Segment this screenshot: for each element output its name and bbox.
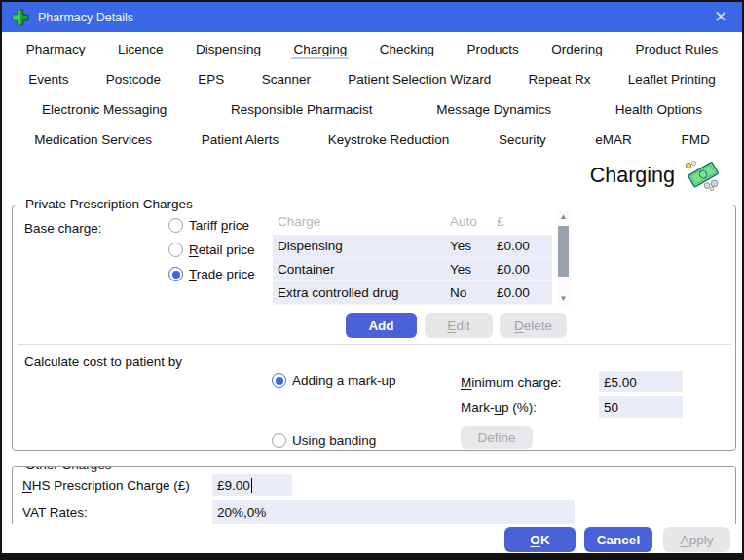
tab-scanner[interactable]: Scanner (260, 70, 313, 90)
table-cell: Yes (450, 262, 471, 277)
table-cell: £0.00 (497, 285, 530, 300)
radio-using-banding[interactable]: Using banding (272, 433, 376, 448)
table-cell: No (450, 285, 466, 300)
tab-checking[interactable]: Checking (378, 40, 436, 59)
table-cell: Container (278, 262, 335, 277)
nhs-charge-label: NHS Prescription Charge (£) (22, 478, 190, 493)
radio-retail-price[interactable]: Retail price (168, 243, 255, 257)
minimum-charge-label: Minimum charge: (461, 375, 562, 390)
apply-button[interactable]: Apply (663, 527, 730, 552)
tab-fmd[interactable]: FMD (679, 131, 711, 150)
tab-patient-alerts[interactable]: Patient Alerts (200, 131, 281, 150)
scroll-up-icon[interactable]: ▲ (555, 213, 572, 221)
tab-keystroke-reduction[interactable]: Keystroke Reduction (326, 131, 452, 150)
vat-rates-field[interactable]: 20%,0% (212, 500, 575, 524)
radio-label: Using banding (292, 433, 376, 448)
tab-health-options[interactable]: Health Options (614, 100, 704, 120)
tab-dispensing[interactable]: Dispensing (194, 40, 263, 59)
radio-trade-price[interactable]: Trade price (168, 267, 255, 281)
scrollbar-thumb[interactable] (558, 226, 569, 277)
table-cell: Extra controlled drug (278, 285, 399, 300)
table-cell: Dispensing (278, 239, 343, 253)
nhs-charge-field[interactable]: £9.00 (212, 474, 292, 496)
table-cell: Yes (450, 239, 471, 253)
radio-icon[interactable] (272, 373, 286, 388)
pharmacy-cross-icon (12, 9, 29, 26)
markup-pct-label: Mark-up (%): (461, 400, 537, 415)
charges-table-body: DispensingYes£0.00ContainerYes£0.00Extra… (273, 235, 552, 305)
scroll-down-icon[interactable]: ▼ (555, 295, 572, 303)
table-cell: £0.00 (497, 239, 530, 253)
close-icon[interactable]: ✕ (709, 9, 732, 25)
charges-table[interactable]: ChargeAuto£ DispensingYes£0.00ContainerY… (273, 210, 552, 305)
tab-security[interactable]: Security (497, 131, 548, 150)
radio-icon[interactable] (168, 243, 183, 257)
ok-button[interactable]: OK (504, 527, 576, 552)
base-charge-label: Base charge: (24, 221, 102, 236)
tab-electronic-messaging[interactable]: Electronic Messaging (40, 100, 168, 120)
table-row[interactable]: ContainerYes£0.00 (273, 258, 552, 281)
other-charges-group: Other Charges NHS Prescription Charge (£… (12, 466, 736, 524)
tab-medication-services[interactable]: Medication Services (32, 131, 154, 150)
tab-pharmacy[interactable]: Pharmacy (24, 40, 88, 59)
group-legend: Private Prescription Charges (21, 197, 197, 211)
pharmacy-details-dialog: Pharmacy Details ✕ PharmacyLicenceDispen… (0, 0, 744, 560)
group-legend: Other Charges (21, 466, 116, 472)
delete-button[interactable]: Delete (500, 313, 567, 338)
tab-leaflet-printing[interactable]: Leaflet Printing (626, 70, 718, 90)
edit-button[interactable]: Edit (425, 313, 493, 338)
radio-label: Retail price (189, 243, 255, 257)
tab-ordering[interactable]: Ordering (549, 40, 605, 59)
markup-pct-field[interactable]: 50 (599, 396, 683, 418)
column-header: Charge (278, 214, 320, 229)
table-row[interactable]: Extra controlled drugNo£0.00 (273, 281, 552, 305)
minimum-charge-field[interactable]: £5.00 (599, 371, 683, 392)
private-prescription-charges-group: Private Prescription Charges Base charge… (12, 205, 736, 451)
text-caret (251, 478, 252, 493)
tab-charging[interactable]: Charging (291, 40, 349, 59)
radio-icon[interactable] (168, 218, 183, 233)
page-heading: Charging (590, 160, 721, 191)
divider (18, 344, 731, 345)
column-header: Auto (450, 214, 477, 229)
money-icon (682, 160, 721, 191)
cancel-button[interactable]: Cancel (584, 527, 652, 552)
tab-strip: PharmacyLicenceDispensingChargingCheckin… (2, 34, 742, 155)
radio-label: Trade price (189, 267, 255, 281)
tab-emar[interactable]: eMAR (593, 131, 634, 150)
tab-events[interactable]: Events (26, 70, 70, 90)
tab-product-rules[interactable]: Product Rules (633, 40, 720, 59)
define-button[interactable]: Define (461, 426, 533, 449)
tab-patient-selection-wizard[interactable]: Patient Selection Wizard (346, 70, 493, 90)
charges-table-head: ChargeAuto£ (273, 210, 552, 235)
window-title: Pharmacy Details (38, 11, 133, 24)
table-cell: £0.00 (497, 262, 530, 277)
tab-responsible-pharmacist[interactable]: Responsible Pharmacist (229, 100, 375, 120)
column-header: £ (497, 214, 504, 229)
tab-products[interactable]: Products (465, 40, 521, 59)
tab-row: EventsPostcodeEPSScannerPatient Selectio… (2, 64, 742, 94)
table-row[interactable]: DispensingYes£0.00 (273, 235, 552, 258)
tab-postcode[interactable]: Postcode (104, 70, 163, 90)
tab-message-dynamics[interactable]: Message Dynamics (434, 100, 553, 120)
calculate-cost-label: Calculate cost to patient by (24, 355, 182, 369)
tab-row: Electronic MessagingResponsible Pharmaci… (2, 94, 742, 125)
charges-table-scrollbar[interactable]: ▲ ▼ (555, 210, 572, 306)
tab-row: PharmacyLicenceDispensingChargingCheckin… (2, 34, 742, 64)
vat-rates-label: VAT Rates: (22, 505, 88, 520)
tab-licence[interactable]: Licence (116, 40, 166, 59)
radio-tariff-price[interactable]: Tariff price (168, 218, 249, 233)
radio-adding-markup[interactable]: Adding a mark-up (272, 373, 396, 388)
radio-icon[interactable] (168, 267, 183, 281)
page-title: Charging (590, 164, 675, 188)
title-bar: Pharmacy Details ✕ (2, 2, 742, 32)
add-button[interactable]: Add (346, 313, 417, 338)
radio-icon[interactable] (272, 433, 286, 448)
radio-label: Tariff price (189, 218, 249, 233)
tab-repeat-rx[interactable]: Repeat Rx (527, 70, 593, 90)
tab-eps[interactable]: EPS (196, 70, 226, 90)
tab-row: Medication ServicesPatient AlertsKeystro… (2, 125, 742, 155)
radio-label: Adding a mark-up (292, 373, 396, 388)
